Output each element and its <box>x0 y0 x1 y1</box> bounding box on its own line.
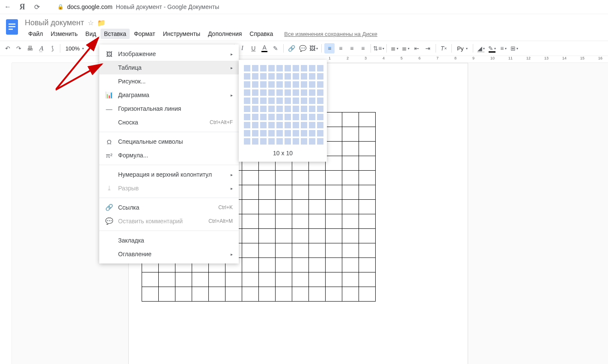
table-picker-cell[interactable] <box>317 65 323 71</box>
insert-chart-item[interactable]: 📊Диаграмма▸ <box>99 88 239 102</box>
table-picker-cell[interactable] <box>293 130 299 136</box>
table-picker-cell[interactable] <box>252 130 258 136</box>
highlight-icon[interactable]: ✎ <box>270 43 281 53</box>
table-picker-cell[interactable] <box>268 73 275 80</box>
print-icon[interactable]: 🖶 <box>25 43 35 53</box>
table-picker-cell[interactable] <box>268 65 275 71</box>
doc-title[interactable]: Новый документ <box>25 18 84 27</box>
docs-logo-icon[interactable] <box>4 18 20 36</box>
input-lang-select[interactable]: Ру <box>454 43 470 53</box>
undo-icon[interactable]: ↶ <box>3 43 13 53</box>
table-picker-cell[interactable] <box>276 73 283 80</box>
table-picker-cell[interactable] <box>301 122 307 128</box>
table-picker-cell[interactable] <box>317 114 323 120</box>
insert-footnote-item[interactable]: СноскаCtrl+Alt+F <box>99 115 239 129</box>
table-picker-cell[interactable] <box>309 73 315 80</box>
insert-image-item[interactable]: 🖼Изображение▸ <box>99 47 239 61</box>
insert-comment-icon[interactable]: 💬 <box>297 43 308 53</box>
vertical-ruler[interactable] <box>0 63 12 364</box>
yandex-icon[interactable]: Я <box>18 3 27 12</box>
table-picker-cell[interactable] <box>260 98 267 104</box>
table-picker-cell[interactable] <box>293 114 299 120</box>
table-picker-cell[interactable] <box>309 81 315 88</box>
table-picker-cell[interactable] <box>268 106 275 112</box>
table-picker-cell[interactable] <box>285 65 291 71</box>
table-picker-cell[interactable] <box>268 89 275 96</box>
underline-icon[interactable]: U <box>248 43 258 53</box>
text-color-icon[interactable]: A <box>259 43 270 53</box>
table-picker-cell[interactable] <box>285 138 291 145</box>
table-picker-cell[interactable] <box>276 89 283 96</box>
table-picker-cell[interactable] <box>276 98 283 104</box>
table-picker-cell[interactable] <box>268 122 275 128</box>
table-picker-cell[interactable] <box>301 81 307 88</box>
table-size-picker[interactable]: 10 x 10 <box>239 60 327 162</box>
table-picker-cell[interactable] <box>276 106 283 112</box>
bulleted-list-icon[interactable]: ≣ <box>400 43 411 53</box>
align-right-icon[interactable]: ≡ <box>347 43 357 53</box>
table-picker-cell[interactable] <box>317 106 323 112</box>
redo-icon[interactable]: ↷ <box>14 43 24 53</box>
table-picker-cell[interactable] <box>276 130 283 136</box>
menu-insert[interactable]: Вставка <box>101 29 130 39</box>
table-picker-cell[interactable] <box>252 138 258 145</box>
table-picker-cell[interactable] <box>293 122 299 128</box>
insert-drawing-item[interactable]: Рисунок... <box>99 74 239 88</box>
table-picker-cell[interactable] <box>285 89 291 96</box>
table-picker-cell[interactable] <box>260 130 267 136</box>
table-picker-cell[interactable] <box>244 65 250 71</box>
table-picker-cell[interactable] <box>309 114 315 120</box>
border-style-icon[interactable]: ⊞ <box>509 43 519 53</box>
table-picker-cell[interactable] <box>285 73 291 80</box>
table-picker-cell[interactable] <box>252 114 258 120</box>
menu-file[interactable]: Файл <box>25 29 46 39</box>
table-picker-cell[interactable] <box>301 114 307 120</box>
menu-view[interactable]: Вид <box>82 29 100 39</box>
table-picker-cell[interactable] <box>244 130 250 136</box>
table-picker-cell[interactable] <box>309 106 315 112</box>
table-picker-cell[interactable] <box>252 122 258 128</box>
zoom-select[interactable]: 100% <box>63 43 86 53</box>
table-picker-cell[interactable] <box>317 122 323 128</box>
table-picker-cell[interactable] <box>244 98 250 104</box>
numbered-list-icon[interactable]: ≣ <box>389 43 400 53</box>
table-picker-cell[interactable] <box>252 65 258 71</box>
table-picker-cell[interactable] <box>268 98 275 104</box>
table-picker-cell[interactable] <box>309 89 315 96</box>
table-picker-cell[interactable] <box>293 73 299 80</box>
table-picker-cell[interactable] <box>260 106 267 112</box>
menu-addons[interactable]: Дополнения <box>205 29 245 39</box>
table-picker-cell[interactable] <box>309 65 315 71</box>
table-picker-cell[interactable] <box>285 98 291 104</box>
line-spacing-icon[interactable]: ⇅≡ <box>374 43 384 53</box>
table-picker-cell[interactable] <box>276 81 283 88</box>
table-picker-cell[interactable] <box>260 138 267 145</box>
table-picker-cell[interactable] <box>293 98 299 104</box>
table-picker-cell[interactable] <box>276 122 283 128</box>
table-picker-cell[interactable] <box>268 138 275 145</box>
insert-headers-item[interactable]: Нумерация и верхний колонтитул▸ <box>99 168 239 181</box>
table-picker-cell[interactable] <box>244 106 250 112</box>
insert-image-icon[interactable]: 🖼 <box>308 43 319 53</box>
table-picker-cell[interactable] <box>285 106 291 112</box>
table-picker-cell[interactable] <box>301 65 307 71</box>
table-picker-cell[interactable] <box>285 130 291 136</box>
clear-format-icon[interactable]: T✕ <box>439 43 449 53</box>
table-picker-cell[interactable] <box>252 73 258 80</box>
table-picker-cell[interactable] <box>252 98 258 104</box>
table-picker-cell[interactable] <box>301 73 307 80</box>
table-picker-cell[interactable] <box>252 106 258 112</box>
insert-link-icon[interactable]: 🔗 <box>286 43 297 53</box>
table-picker-cell[interactable] <box>244 114 250 120</box>
table-picker-cell[interactable] <box>301 89 307 96</box>
increase-indent-icon[interactable]: ⇥ <box>423 43 433 53</box>
insert-table-item[interactable]: Таблица▸ <box>99 61 239 74</box>
table-picker-cell[interactable] <box>252 89 258 96</box>
table-picker-cell[interactable] <box>285 81 291 88</box>
table-picker-cell[interactable] <box>317 98 323 104</box>
menu-format[interactable]: Формат <box>130 29 159 39</box>
table-picker-cell[interactable] <box>276 65 283 71</box>
table-picker-cell[interactable] <box>293 81 299 88</box>
table-picker-cell[interactable] <box>244 73 250 80</box>
reload-icon[interactable]: ⟳ <box>33 3 41 11</box>
